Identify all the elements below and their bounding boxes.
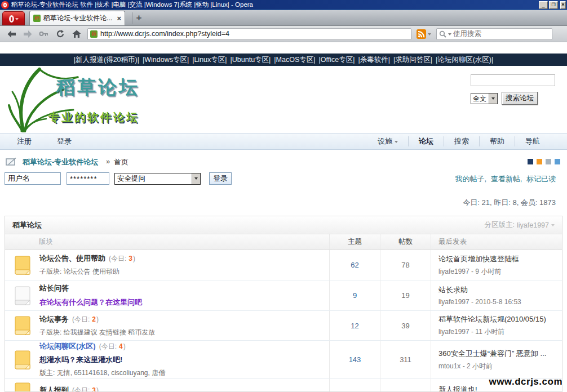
select-arrow-button[interactable]: [192, 173, 200, 184]
close-button[interactable]: ×: [560, 1, 566, 9]
nav-link-windows[interactable]: |Windows专区|: [143, 55, 189, 65]
user-quick-links: 我的帖子, 查看新帖, 标记已读: [453, 174, 556, 184]
security-question-select[interactable]: 安全提问: [114, 173, 201, 185]
style-square-blue[interactable]: [555, 159, 560, 164]
menu-forum[interactable]: 论坛: [408, 136, 444, 146]
today-count: 3: [92, 386, 96, 392]
posts-count: 19: [380, 280, 431, 310]
moderators-list[interactable]: 版主: 无情, 651141618, ciscoliuyang, 唐僧: [39, 368, 165, 378]
last-post-link[interactable]: 站长求助: [438, 285, 562, 295]
chevron-down-icon: [15, 18, 19, 22]
forum-link[interactable]: 论坛公告、使用帮助: [39, 253, 105, 264]
today-count: 2: [92, 315, 96, 323]
home-icon[interactable]: [71, 29, 82, 39]
last-post-meta[interactable]: liyafe1997 - 9 小时前: [438, 267, 562, 277]
url-input[interactable]: [100, 30, 409, 38]
site-logo-title: 稻草论坛: [56, 75, 140, 100]
new-posts-link[interactable]: 查看新帖,: [491, 175, 522, 183]
register-link[interactable]: 注册: [17, 136, 32, 146]
forum-link[interactable]: 论坛闲聊区(水区): [39, 341, 96, 351]
mark-read-link[interactable]: 标记已读: [526, 175, 556, 183]
nav-link-help[interactable]: |求助问答区|: [393, 55, 432, 65]
forum-search-input[interactable]: [471, 74, 555, 86]
menubar-right: 设施 论坛 搜索 帮助 导航: [367, 136, 550, 146]
forum-link[interactable]: 站长问答: [39, 283, 69, 293]
login-form: 安全提问 登录: [5, 171, 232, 186]
menu-navigation[interactable]: 导航: [515, 136, 550, 146]
nav-link-linux[interactable]: |Linux专区|: [192, 55, 227, 65]
username-input[interactable]: [5, 172, 61, 185]
subforum-links[interactable]: 子版块: 给我提建议 友情链接 稻币发放: [39, 328, 155, 337]
nav-link-chat[interactable]: |论坛闲聊区(水区)|: [436, 55, 493, 65]
search-scope-select[interactable]: 全文: [471, 93, 498, 104]
chevron-down-icon: [428, 33, 431, 37]
login-button[interactable]: 登录: [209, 172, 232, 185]
menu-facilities[interactable]: 设施: [367, 136, 408, 146]
password-input[interactable]: [67, 172, 109, 185]
restore-button[interactable]: ❐: [549, 1, 558, 9]
window-titlebar: 稻草论坛-专业软件论坛 软件 |技术 |电脑 |交流 |Windows 7|系统…: [0, 0, 567, 10]
style-square-navy[interactable]: [528, 159, 533, 164]
style-square-gray[interactable]: [546, 159, 551, 164]
last-post-meta[interactable]: liyafe1997 - 11 小时前: [438, 327, 562, 337]
board-icon: [6, 157, 17, 166]
forum-stats: 今日: 21, 昨日: 8, 会员: 1873: [463, 198, 556, 208]
site-logo-subtitle: 专业的软件论坛: [48, 110, 139, 125]
new-tab-button[interactable]: +: [132, 12, 145, 24]
forward-icon[interactable]: [22, 29, 33, 39]
search-scope-value: 全文: [471, 94, 489, 104]
posts-count: 78: [380, 250, 431, 280]
last-post-meta[interactable]: mtou1x - 2 小时前: [438, 362, 562, 371]
nav-link-ubuntu[interactable]: |Ubuntu专区|: [231, 55, 271, 65]
browser-search-input[interactable]: [453, 30, 550, 38]
chevron-down-icon: [395, 141, 398, 145]
site-nav-bar: |新人报道(得20稻币)| |Windows专区| |Linux专区| |Ubu…: [0, 54, 567, 66]
chevron-down-icon: [551, 224, 555, 228]
chevron-down-icon: [448, 33, 451, 37]
menu-help[interactable]: 帮助: [479, 136, 515, 146]
subforum-links[interactable]: 子版块: 论坛公告 使用帮助: [39, 267, 135, 277]
column-headers: 版块 主题 帖数 最后发表: [5, 234, 562, 250]
last-post-link[interactable]: 论坛首页增加快速登陆框: [438, 254, 562, 264]
forum-link[interactable]: 论坛事务: [39, 314, 69, 324]
back-icon[interactable]: [6, 29, 17, 39]
last-post-meta[interactable]: liyafe1997 - 2010-5-8 16:53: [438, 298, 562, 306]
site-favicon-icon: 稻: [33, 15, 41, 22]
last-post-link[interactable]: 360安全卫士爆“兼容门” 恶意卸 ...: [438, 349, 562, 359]
key-icon[interactable]: [38, 29, 50, 39]
my-posts-link[interactable]: 我的帖子,: [455, 175, 487, 183]
login-link[interactable]: 登录: [57, 136, 72, 146]
style-switcher: [528, 159, 560, 164]
search-icon: [439, 30, 446, 38]
watermark: www.dcrjs.com: [489, 376, 562, 387]
rss-button[interactable]: [417, 29, 431, 39]
col-topics: 主题: [329, 234, 380, 250]
menu-search[interactable]: 搜索: [444, 136, 479, 146]
last-post-link[interactable]: 稻草软件论坛新坛规(2010/05/15): [438, 314, 562, 324]
nav-link-macos[interactable]: |MacOS专区|: [274, 55, 315, 65]
posts-count: 311: [380, 341, 431, 378]
select-arrow-button[interactable]: [489, 93, 497, 104]
today-count: 4: [119, 342, 123, 350]
nav-link-office[interactable]: |Office专区|: [319, 55, 355, 65]
category-title[interactable]: 稻草论坛: [12, 220, 485, 230]
tab-close-icon[interactable]: ×: [117, 15, 121, 22]
style-square-orange[interactable]: [537, 159, 542, 164]
category-header: 稻草论坛 分区版主: liyafe1997: [5, 216, 562, 234]
today-count: 3: [129, 255, 132, 262]
forum-link[interactable]: 新人报到: [39, 385, 69, 392]
nav-link-newcomer[interactable]: |新人报道(得20稻币)|: [74, 55, 139, 65]
rss-icon: [417, 29, 426, 39]
address-bar: 稻: [0, 26, 567, 42]
category-moderator: 分区版主: liyafe1997: [485, 220, 555, 230]
topics-count: [329, 379, 380, 392]
breadcrumb-site-link[interactable]: 稻草论坛-专业软件论坛: [23, 157, 98, 167]
tab-active[interactable]: 稻 稻草论坛-专业软件论... ×: [29, 11, 125, 25]
forum-new-posts-icon: [15, 316, 30, 335]
opera-menu-button[interactable]: [2, 11, 25, 25]
minimize-button[interactable]: _: [539, 1, 548, 9]
forum-search-button[interactable]: 搜索论坛: [502, 92, 538, 105]
nav-link-antivirus[interactable]: |杀毒软件|: [358, 55, 390, 65]
reload-icon[interactable]: [55, 29, 66, 39]
moderator-link[interactable]: liyafe1997: [517, 221, 549, 229]
